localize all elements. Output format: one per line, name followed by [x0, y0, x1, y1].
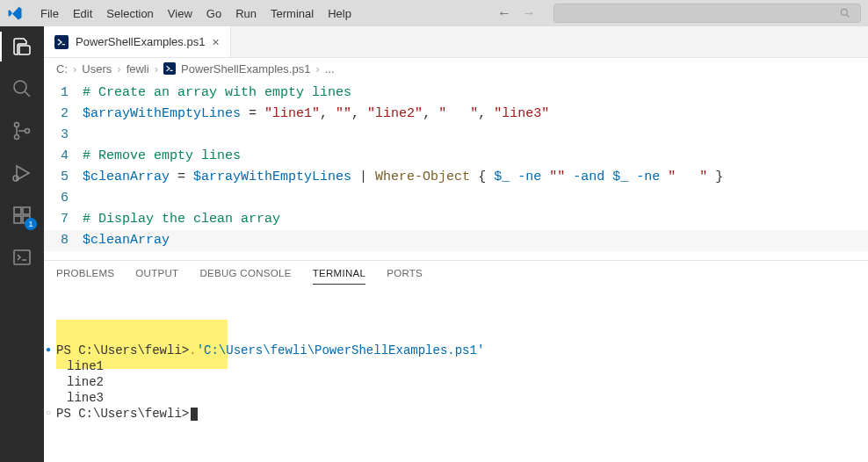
chevron-right-icon: ›: [315, 62, 319, 76]
editor-area: PowerShellExamples.ps1 × C: › Users › fe…: [44, 26, 868, 462]
svg-rect-12: [14, 250, 30, 264]
terminal-script-path: 'C:\Users\fewli\PowerShellExamples.ps1': [197, 343, 485, 358]
tab-bar: PowerShellExamples.ps1 ×: [44, 26, 868, 58]
menubar: FileEditSelectionViewGoRunTerminalHelp ←…: [0, 0, 868, 26]
svg-line-3: [25, 91, 30, 97]
line-number: 2: [44, 104, 83, 125]
line-number: 5: [44, 167, 83, 188]
line-number: 7: [44, 209, 83, 230]
extensions-badge: 1: [25, 218, 37, 230]
svg-point-7: [13, 176, 18, 181]
powershell-file-icon: [54, 35, 69, 49]
menu-help[interactable]: Help: [321, 4, 358, 24]
terminal-output: line1: [56, 358, 856, 374]
line-number: 8: [44, 230, 83, 251]
code-line[interactable]: 5$cleanArray = $arrayWithEmptyLines | Wh…: [44, 167, 868, 188]
crumb[interactable]: fewli: [127, 62, 149, 76]
tab-filename: PowerShellExamples.ps1: [76, 35, 205, 48]
menu-file[interactable]: File: [33, 4, 66, 24]
terminal-activity-icon[interactable]: [11, 246, 33, 269]
crumb[interactable]: Users: [82, 62, 112, 76]
panel: PROBLEMSOUTPUTDEBUG CONSOLETERMINALPORTS…: [44, 260, 868, 462]
svg-point-2: [14, 81, 26, 93]
terminal-prompt: PS C:\Users\fewli>: [56, 343, 189, 358]
run-debug-icon[interactable]: [11, 162, 33, 184]
menu-go[interactable]: Go: [199, 4, 228, 24]
crumb[interactable]: ...: [325, 62, 335, 76]
panel-tab-debug-console[interactable]: DEBUG CONSOLE: [199, 268, 291, 285]
menu-run[interactable]: Run: [228, 4, 264, 24]
code-content[interactable]: # Create an array with empty lines: [83, 83, 351, 104]
menu-edit[interactable]: Edit: [66, 4, 99, 24]
panel-tab-terminal[interactable]: TERMINAL: [313, 268, 366, 285]
activity-bar: 1: [0, 26, 44, 462]
search-icon: [839, 7, 851, 19]
code-line[interactable]: 3: [44, 125, 868, 146]
line-number: 4: [44, 146, 83, 167]
code-content[interactable]: # Display the clean array: [83, 209, 280, 230]
menu-terminal[interactable]: Terminal: [264, 4, 321, 24]
vscode-logo-icon: [7, 5, 23, 21]
terminal-output: line2: [56, 374, 856, 390]
breadcrumbs[interactable]: C: › Users › fewli › PowerShellExamples.…: [44, 58, 868, 79]
chevron-right-icon: ›: [155, 62, 158, 76]
code-content[interactable]: $cleanArray: [83, 230, 170, 251]
crumb[interactable]: PowerShellExamples.ps1: [181, 62, 310, 76]
close-icon[interactable]: ×: [212, 35, 219, 49]
menu-selection[interactable]: Selection: [99, 4, 160, 24]
chevron-right-icon: ›: [73, 62, 76, 76]
svg-rect-11: [23, 207, 30, 214]
code-line[interactable]: 4# Remove empty lines: [44, 146, 868, 167]
svg-line-1: [847, 15, 850, 18]
chevron-right-icon: ›: [117, 62, 120, 76]
terminal[interactable]: ● PS C:\Users\fewli> . 'C:\Users\fewli\P…: [44, 285, 868, 462]
explorer-icon[interactable]: [11, 35, 33, 58]
search-activity-icon[interactable]: [11, 77, 33, 100]
powershell-file-icon: [163, 62, 176, 75]
crumb[interactable]: C:: [56, 62, 68, 76]
code-content[interactable]: # Remove empty lines: [83, 146, 241, 167]
code-content[interactable]: $arrayWithEmptyLines = "line1", "", "lin…: [83, 104, 549, 125]
terminal-cmd-dot: .: [189, 343, 196, 358]
command-center-input[interactable]: [553, 4, 861, 23]
nav-forward-icon[interactable]: →: [522, 5, 536, 21]
terminal-output: line3: [56, 390, 856, 406]
code-editor[interactable]: 1# Create an array with empty lines2$arr…: [44, 79, 868, 260]
terminal-prompt: PS C:\Users\fewli>: [56, 406, 189, 422]
bullet-icon: ○: [46, 406, 54, 422]
line-number: 6: [44, 188, 83, 209]
code-line[interactable]: 2$arrayWithEmptyLines = "line1", "", "li…: [44, 104, 868, 125]
nav-arrows: ← →: [497, 5, 545, 21]
source-control-icon[interactable]: [11, 119, 33, 142]
extensions-icon[interactable]: 1: [11, 204, 33, 227]
line-number: 1: [44, 83, 83, 104]
code-line[interactable]: 8$cleanArray: [44, 230, 868, 251]
panel-tab-problems[interactable]: PROBLEMS: [56, 268, 114, 285]
code-line[interactable]: 1# Create an array with empty lines: [44, 83, 868, 104]
bullet-icon: ●: [46, 343, 54, 358]
panel-tab-ports[interactable]: PORTS: [387, 268, 423, 285]
terminal-cursor: [191, 408, 198, 421]
menu-view[interactable]: View: [161, 4, 199, 24]
nav-back-icon[interactable]: ←: [497, 5, 511, 21]
panel-tab-output[interactable]: OUTPUT: [135, 268, 178, 285]
svg-point-6: [25, 129, 30, 134]
svg-point-0: [841, 9, 847, 15]
svg-rect-8: [14, 207, 21, 214]
svg-point-5: [15, 135, 19, 140]
tab-powershellexamples[interactable]: PowerShellExamples.ps1 ×: [44, 26, 231, 57]
svg-rect-9: [14, 216, 21, 223]
code-line[interactable]: 6: [44, 188, 868, 209]
code-content[interactable]: $cleanArray = $arrayWithEmptyLines | Whe…: [83, 167, 723, 188]
line-number: 3: [44, 125, 83, 146]
panel-tabs: PROBLEMSOUTPUTDEBUG CONSOLETERMINALPORTS: [44, 261, 868, 285]
svg-point-4: [15, 123, 19, 127]
code-line[interactable]: 7# Display the clean array: [44, 209, 868, 230]
